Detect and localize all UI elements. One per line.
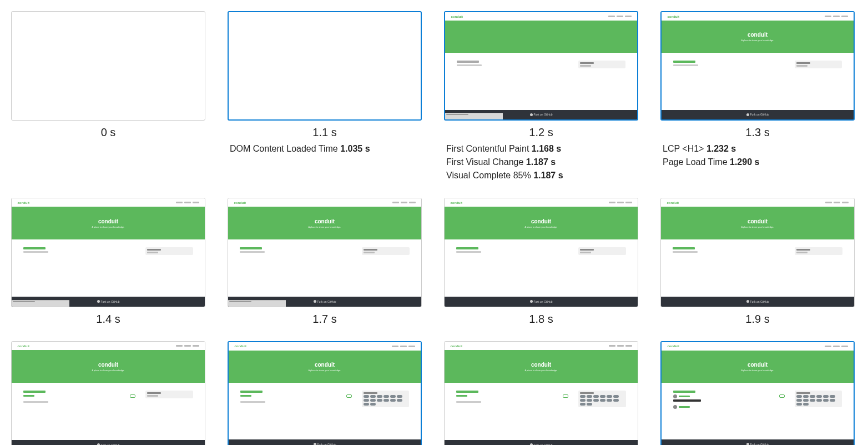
footer-link[interactable]: Fork on GitHub (746, 113, 769, 116)
tag-pill[interactable] (370, 399, 376, 402)
nav-link[interactable] (184, 345, 191, 347)
tag-pill[interactable] (593, 399, 599, 402)
brand-logo[interactable]: conduit (17, 344, 29, 348)
footer-link[interactable]: Fork on GitHub (314, 300, 336, 303)
nav-link[interactable] (625, 202, 632, 203)
feed-tab-active[interactable] (456, 247, 478, 249)
feed-tab-active[interactable] (456, 391, 478, 393)
nav-link[interactable] (617, 202, 624, 203)
tag-pill[interactable] (580, 403, 586, 406)
tag-pill[interactable] (383, 395, 389, 398)
footer-link[interactable]: Fork on GitHub (530, 300, 553, 303)
nav-link[interactable] (401, 202, 407, 203)
footer-link[interactable]: Fork on GitHub (530, 113, 553, 116)
screenshot-thumbnail[interactable]: conduitconduitA place to share your know… (228, 198, 422, 307)
tag-pill[interactable] (397, 395, 402, 398)
brand-logo[interactable]: conduit (667, 344, 679, 348)
favorite-button[interactable] (779, 394, 785, 398)
tag-pill[interactable] (607, 395, 612, 398)
nav-link[interactable] (400, 346, 407, 347)
tag-pill[interactable] (377, 399, 382, 402)
brand-logo[interactable]: conduit (451, 15, 463, 18)
footer-link[interactable]: Fork on GitHub (746, 443, 769, 445)
tag-pill[interactable] (364, 403, 369, 406)
tag-pill[interactable] (364, 399, 369, 402)
brand-logo[interactable]: conduit (17, 201, 29, 204)
tag-pill[interactable] (364, 395, 369, 398)
feed-tab-active[interactable] (457, 61, 479, 63)
screenshot-thumbnail[interactable] (11, 11, 205, 121)
favorite-button[interactable] (346, 394, 352, 398)
nav-link[interactable] (193, 345, 199, 347)
nav-link[interactable] (825, 16, 831, 17)
nav-link[interactable] (609, 345, 615, 347)
feed-tab-active[interactable] (23, 391, 46, 393)
tag-pill[interactable] (803, 395, 809, 398)
tag-pill[interactable] (377, 395, 382, 398)
tag-pill[interactable] (613, 399, 619, 402)
tag-pill[interactable] (587, 403, 592, 406)
nav-link[interactable] (841, 16, 848, 17)
nav-link[interactable] (617, 345, 624, 347)
tag-pill[interactable] (803, 403, 809, 406)
screenshot-thumbnail[interactable]: conduitconduitA place to share your know… (444, 198, 638, 307)
article-item[interactable] (673, 394, 785, 402)
screenshot-thumbnail[interactable]: conduitconduitA place to share your know… (660, 341, 855, 445)
tag-pill[interactable] (816, 399, 822, 402)
tag-pill[interactable] (587, 395, 592, 398)
nav-link[interactable] (608, 16, 615, 17)
tag-pill[interactable] (796, 395, 802, 398)
screenshot-thumbnail[interactable]: conduitconduitA place to share your know… (11, 198, 205, 307)
brand-logo[interactable]: conduit (667, 201, 679, 204)
tag-pill[interactable] (600, 399, 605, 402)
article-item[interactable] (240, 394, 352, 398)
feed-tab-active[interactable] (673, 391, 695, 393)
tag-pill[interactable] (390, 395, 396, 398)
footer-link[interactable]: Fork on GitHub (314, 443, 336, 445)
favorite-button[interactable] (563, 394, 568, 398)
nav-link[interactable] (833, 16, 840, 17)
tag-pill[interactable] (796, 403, 802, 406)
nav-link[interactable] (834, 202, 840, 203)
tag-pill[interactable] (823, 395, 829, 398)
feed-tab-active[interactable] (240, 247, 262, 249)
nav-link[interactable] (842, 202, 849, 203)
nav-link[interactable] (833, 346, 840, 347)
screenshot-thumbnail[interactable]: conduitconduitA place to share your know… (11, 341, 205, 445)
brand-logo[interactable]: conduit (450, 344, 462, 348)
footer-link[interactable]: Fork on GitHub (97, 300, 120, 303)
brand-logo[interactable]: conduit (234, 344, 246, 348)
favorite-button[interactable] (130, 394, 135, 398)
nav-link[interactable] (409, 202, 416, 203)
tag-pill[interactable] (600, 395, 605, 398)
screenshot-thumbnail[interactable]: conduitconduitA place to share your know… (660, 198, 855, 307)
nav-link[interactable] (617, 16, 623, 17)
screenshot-thumbnail[interactable]: conduitconduitA place to share your know… (228, 341, 422, 445)
tag-pill[interactable] (823, 399, 829, 402)
tag-pill[interactable] (383, 399, 389, 402)
tag-pill[interactable] (830, 399, 835, 402)
tag-pill[interactable] (397, 399, 402, 402)
nav-link[interactable] (184, 202, 191, 203)
nav-link[interactable] (176, 202, 183, 203)
brand-logo[interactable]: conduit (234, 201, 246, 204)
nav-link[interactable] (392, 202, 399, 203)
tag-pill[interactable] (803, 399, 809, 402)
tag-pill[interactable] (370, 403, 376, 406)
tag-pill[interactable] (580, 399, 586, 402)
tag-pill[interactable] (587, 399, 592, 402)
nav-link[interactable] (609, 202, 615, 203)
nav-link[interactable] (625, 16, 632, 17)
screenshot-thumbnail[interactable]: conduitFork on GitHub (444, 11, 638, 121)
tag-pill[interactable] (830, 395, 835, 398)
feed-tab-active[interactable] (673, 247, 695, 249)
nav-link[interactable] (625, 345, 632, 347)
tag-pill[interactable] (390, 399, 396, 402)
tag-pill[interactable] (580, 395, 586, 398)
nav-link[interactable] (841, 346, 848, 347)
tag-pill[interactable] (816, 395, 822, 398)
nav-link[interactable] (176, 345, 183, 347)
tag-pill[interactable] (810, 395, 815, 398)
screenshot-thumbnail[interactable]: conduitconduitA place to share your know… (444, 341, 638, 445)
screenshot-thumbnail[interactable]: conduitconduitA place to share your know… (660, 11, 855, 121)
